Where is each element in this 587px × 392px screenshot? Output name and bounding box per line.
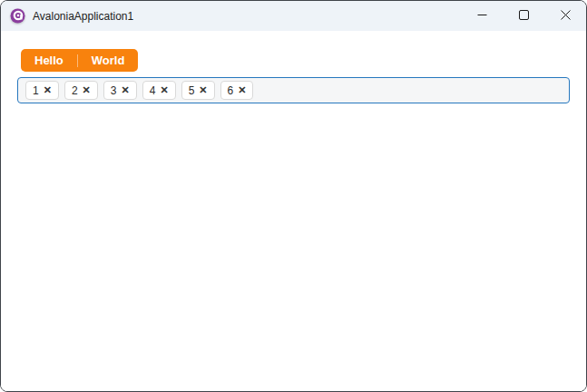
chip-item[interactable]: 5 ✕ bbox=[181, 81, 215, 100]
chip-remove-icon[interactable]: ✕ bbox=[83, 85, 91, 95]
maximize-icon bbox=[519, 9, 529, 23]
chip-item[interactable]: 6 ✕ bbox=[220, 81, 254, 100]
chip-item[interactable]: 3 ✕ bbox=[103, 81, 137, 100]
chip-item[interactable]: 1 ✕ bbox=[25, 81, 59, 100]
chip-remove-icon[interactable]: ✕ bbox=[238, 85, 246, 95]
chip-label: 5 bbox=[189, 84, 195, 97]
chip-item[interactable]: 2 ✕ bbox=[64, 81, 98, 100]
chip-label: 3 bbox=[111, 84, 117, 97]
tab-world[interactable]: World bbox=[78, 49, 139, 72]
chip-label: 4 bbox=[150, 84, 156, 97]
tab-hello[interactable]: Hello bbox=[21, 49, 77, 72]
chip-remove-icon[interactable]: ✕ bbox=[44, 85, 52, 95]
close-button[interactable] bbox=[544, 1, 586, 31]
chip-label: 1 bbox=[33, 84, 39, 97]
chip-label: 6 bbox=[228, 84, 234, 97]
chip-item[interactable]: 4 ✕ bbox=[142, 81, 176, 100]
window-title: AvaloniaApplication1 bbox=[33, 10, 133, 23]
minimize-icon bbox=[477, 9, 487, 23]
minimize-button[interactable] bbox=[461, 1, 503, 31]
maximize-button[interactable] bbox=[503, 1, 544, 31]
chip-remove-icon[interactable]: ✕ bbox=[122, 85, 130, 95]
chip-input[interactable]: 1 ✕ 2 ✕ 3 ✕ 4 ✕ 5 ✕ 6 ✕ bbox=[17, 77, 570, 103]
titlebar: AvaloniaApplication1 bbox=[1, 1, 586, 31]
close-icon bbox=[561, 9, 571, 23]
chip-label: 2 bbox=[72, 84, 78, 97]
avalonia-logo-icon bbox=[10, 8, 25, 24]
app-window: AvaloniaApplication1 Hello bbox=[0, 0, 587, 392]
content-area: Hello World 1 ✕ 2 ✕ 3 ✕ 4 ✕ 5 ✕ bbox=[1, 31, 586, 391]
tab-strip: Hello World bbox=[21, 49, 138, 72]
window-controls bbox=[461, 1, 586, 31]
chip-remove-icon[interactable]: ✕ bbox=[160, 85, 168, 95]
chip-remove-icon[interactable]: ✕ bbox=[199, 85, 207, 95]
